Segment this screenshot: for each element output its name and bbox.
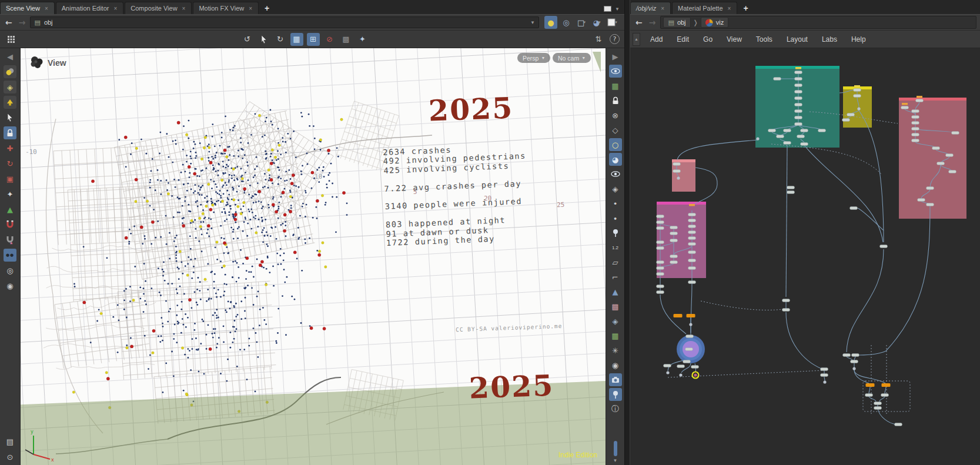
menu-add[interactable]: Add <box>644 33 669 46</box>
network-node[interactable] <box>842 119 850 122</box>
tab-composite-view[interactable]: Composite View × <box>125 2 192 14</box>
group-highlight-icon[interactable]: ▦ <box>609 329 622 342</box>
network-node[interactable] <box>927 203 934 206</box>
network-node[interactable] <box>688 243 696 246</box>
network-editor[interactable] <box>630 48 980 465</box>
stow-expand-icon[interactable]: ▶ <box>609 50 622 63</box>
network-node[interactable] <box>670 232 678 235</box>
visibility-eye-icon[interactable] <box>609 65 622 78</box>
network-node[interactable] <box>818 129 826 132</box>
camera-lock-icon[interactable] <box>609 94 622 107</box>
back-arrow-icon[interactable]: ← <box>634 18 644 27</box>
no-lighting-icon[interactable]: ⊗ <box>609 109 622 122</box>
close-icon[interactable]: × <box>727 5 732 12</box>
network-node[interactable] <box>912 110 919 113</box>
pane-screen-icon[interactable] <box>604 6 611 12</box>
rig-tool-icon[interactable]: ▲ <box>4 203 16 216</box>
network-node[interactable] <box>670 261 678 264</box>
select-arrow-icon[interactable] <box>4 111 16 124</box>
breadcrumb-obj[interactable]: ▤ obj <box>663 17 690 28</box>
network-node[interactable] <box>795 110 802 113</box>
network-node[interactable] <box>821 374 828 377</box>
network-node[interactable] <box>688 251 696 254</box>
origin-axis-icon[interactable]: ✳ <box>609 344 622 357</box>
network-node[interactable] <box>670 226 678 229</box>
snap-frame-icon[interactable]: ⊞ <box>307 33 320 46</box>
network-node[interactable] <box>854 95 861 98</box>
flipbook-icon[interactable]: ⊙ <box>4 450 16 463</box>
tab-animation-editor[interactable]: Animation Editor × <box>56 2 124 14</box>
close-icon[interactable]: × <box>44 5 49 12</box>
hand-tool-icon[interactable]: ◈ <box>609 182 622 195</box>
display-options-icon[interactable]: ◉ <box>609 359 622 372</box>
network-node[interactable] <box>795 116 802 119</box>
network-node[interactable] <box>851 360 858 363</box>
network-node[interactable] <box>850 207 858 210</box>
lasso-tool-icon[interactable]: ↻ <box>274 33 287 46</box>
network-node[interactable] <box>688 219 696 222</box>
render-view-icon[interactable]: ▤ <box>4 435 16 448</box>
network-node[interactable] <box>865 394 873 397</box>
lamp-preset-icon[interactable] <box>4 96 16 109</box>
network-node[interactable] <box>782 309 790 312</box>
network-node[interactable] <box>854 89 861 92</box>
display-preset-icon[interactable]: ◈ <box>4 81 16 93</box>
tabbar-menu-icon[interactable]: ▼ <box>615 6 620 12</box>
secure-selection-icon[interactable] <box>4 126 16 139</box>
network-node[interactable] <box>664 364 671 367</box>
network-node[interactable] <box>795 123 802 126</box>
network-node[interactable] <box>657 215 664 218</box>
network-node[interactable] <box>881 394 889 397</box>
persp-view-button[interactable]: Persp ▼ <box>517 53 550 63</box>
stash-icon[interactable]: ▩ <box>340 33 353 46</box>
network-node[interactable] <box>912 139 919 142</box>
viewport-rings-icon[interactable]: ◎ <box>560 16 573 29</box>
prim-hull-icon[interactable]: ▱ <box>609 256 622 269</box>
scene-viewport[interactable]: View Persp ▼ No cam ▼ 2025 2025 2634 cra… <box>21 48 606 465</box>
hq-lighting-icon[interactable]: ◕ <box>609 153 622 166</box>
view-tumble-icon[interactable]: ●● <box>4 249 16 262</box>
network-node[interactable] <box>795 78 802 81</box>
network-node[interactable] <box>946 154 954 157</box>
network-node[interactable] <box>927 187 934 190</box>
network-node[interactable] <box>801 143 808 146</box>
network-node[interactable] <box>673 163 681 166</box>
sidebar-scrollbar[interactable] <box>614 441 617 456</box>
network-node[interactable] <box>691 366 699 369</box>
network-node[interactable] <box>787 191 795 194</box>
forward-arrow-icon[interactable]: → <box>17 18 28 27</box>
network-node[interactable] <box>912 116 919 119</box>
network-node[interactable] <box>912 133 919 136</box>
network-node[interactable] <box>686 335 694 338</box>
normal-lighting-icon[interactable]: ○ <box>609 138 622 151</box>
network-node[interactable] <box>795 84 802 87</box>
menu-labs[interactable]: Labs <box>815 33 844 46</box>
snap-grid-icon[interactable]: ▦ <box>290 33 303 46</box>
orbit-tool-icon[interactable]: ↺ <box>241 33 254 46</box>
network-node[interactable] <box>852 354 859 357</box>
shade-preset-icon[interactable] <box>4 65 16 78</box>
close-icon[interactable]: × <box>113 5 118 12</box>
motion-fx-icon[interactable]: ✦ <box>356 33 369 46</box>
network-node[interactable] <box>683 360 691 363</box>
network-node[interactable] <box>688 231 696 234</box>
walkthrough-icon[interactable]: ◉ <box>4 279 16 292</box>
network-node[interactable] <box>688 213 696 216</box>
forward-arrow-icon[interactable]: → <box>647 18 658 27</box>
network-node[interactable] <box>937 162 945 165</box>
network-node[interactable] <box>688 237 696 240</box>
network-node[interactable] <box>688 259 696 262</box>
network-node-orange[interactable] <box>866 383 875 387</box>
network-node[interactable] <box>874 402 882 405</box>
network-node[interactable] <box>657 221 664 224</box>
network-node[interactable] <box>912 128 919 131</box>
network-node[interactable] <box>847 113 855 116</box>
point-numbers-icon[interactable]: 1.2 <box>609 241 622 254</box>
prim-normal-icon[interactable]: ▲ <box>609 285 622 298</box>
geometry-cube-icon[interactable]: □▾ <box>575 16 588 29</box>
translate-handle-icon[interactable]: ✚ <box>4 142 16 155</box>
snap-magnet-icon[interactable] <box>4 218 16 231</box>
close-icon[interactable]: × <box>660 5 665 12</box>
network-node[interactable] <box>795 71 802 74</box>
network-node[interactable] <box>677 365 685 368</box>
